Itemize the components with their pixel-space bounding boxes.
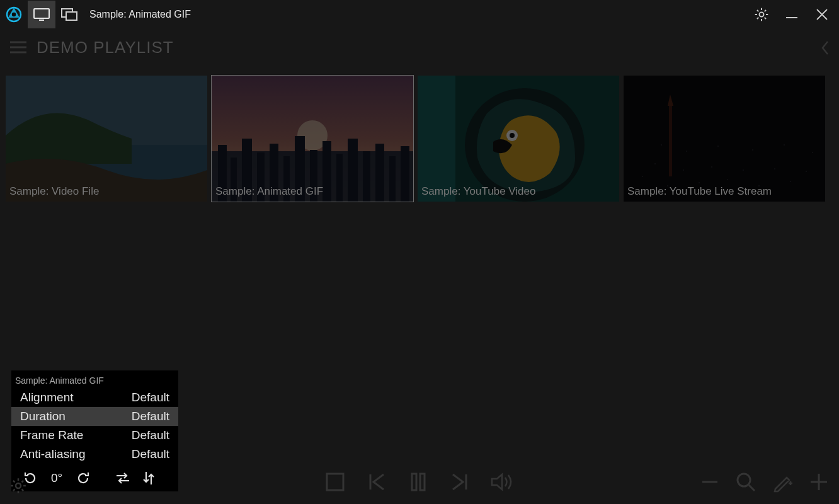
pause-button[interactable] <box>406 470 430 494</box>
stop-button[interactable] <box>323 470 347 494</box>
playlist-item-label: Sample: YouTube Video <box>421 185 535 198</box>
svg-rect-5 <box>66 12 77 20</box>
svg-rect-31 <box>389 156 396 202</box>
svg-marker-65 <box>492 474 502 490</box>
view-monitor-button[interactable] <box>28 1 55 28</box>
svg-point-36 <box>510 133 515 138</box>
item-settings-button[interactable] <box>9 476 28 495</box>
svg-point-6 <box>760 12 764 16</box>
settings-key: Anti-aliasing <box>20 447 86 461</box>
minimize-icon <box>784 7 799 22</box>
settings-value: Default <box>132 410 169 423</box>
svg-line-68 <box>749 485 755 491</box>
playlist-item-label: Sample: Animated GIF <box>215 185 323 198</box>
settings-value: Default <box>132 391 169 404</box>
svg-rect-38 <box>624 76 825 202</box>
window-title: Sample: Animated GIF <box>89 9 191 20</box>
titlebar-left: Sample: Animated GIF <box>0 0 191 28</box>
playlist-item-label: Sample: YouTube Live Stream <box>627 185 772 198</box>
settings-row-framerate[interactable]: Frame Rate Default <box>11 426 178 445</box>
close-button[interactable] <box>810 1 834 28</box>
app-logo[interactable] <box>0 1 28 28</box>
view-windows-button[interactable] <box>55 1 83 28</box>
svg-rect-32 <box>401 146 409 202</box>
playlist-name: DEMO PLAYLIST <box>37 38 174 57</box>
svg-point-67 <box>738 474 750 486</box>
svg-rect-63 <box>420 474 425 490</box>
settings-key: Duration <box>20 410 66 423</box>
svg-point-49 <box>790 181 791 182</box>
svg-rect-60 <box>327 474 343 490</box>
titlebar-right <box>750 0 834 28</box>
playlist-item[interactable]: Sample: Animated GIF <box>212 76 413 202</box>
playback-bar <box>0 460 839 504</box>
svg-point-55 <box>784 144 785 146</box>
svg-point-45 <box>727 179 728 180</box>
previous-button[interactable] <box>365 470 389 494</box>
svg-point-51 <box>661 144 662 146</box>
menu-icon[interactable] <box>9 39 28 55</box>
svg-rect-26 <box>322 141 331 202</box>
svg-point-44 <box>711 166 712 168</box>
playlist-item[interactable]: Sample: Video File <box>6 76 207 202</box>
view-controls <box>699 471 830 493</box>
svg-point-50 <box>806 171 807 172</box>
add-button[interactable] <box>808 471 830 493</box>
svg-point-53 <box>717 146 719 147</box>
playlist-item-label: Sample: Video File <box>9 185 99 198</box>
svg-point-54 <box>752 149 753 151</box>
playlist-thumbnails: Sample: Video File <box>0 66 839 202</box>
svg-point-40 <box>654 163 656 164</box>
gear-icon <box>753 6 770 23</box>
settings-value: Default <box>132 447 169 461</box>
playlist-item[interactable]: Sample: YouTube Live Stream <box>624 76 825 202</box>
settings-row-alignment[interactable]: Alignment Default <box>11 388 178 407</box>
svg-rect-57 <box>669 101 672 176</box>
svg-point-39 <box>642 176 643 177</box>
playlist-header: DEMO PLAYLIST <box>0 28 839 66</box>
popup-title: Sample: Animated GIF <box>11 374 178 388</box>
playback-controls <box>323 470 516 494</box>
edit-button[interactable] <box>771 471 794 493</box>
svg-point-48 <box>774 168 775 169</box>
zoom-button[interactable] <box>734 471 757 493</box>
next-button[interactable] <box>448 470 472 494</box>
settings-row-duration[interactable]: Duration Default <box>11 407 178 426</box>
settings-key: Alignment <box>20 391 74 404</box>
settings-key: Frame Rate <box>20 428 83 442</box>
svg-point-1 <box>12 12 16 16</box>
svg-rect-62 <box>412 474 416 490</box>
settings-button[interactable] <box>750 1 773 28</box>
svg-point-46 <box>743 169 744 171</box>
monitor-icon <box>33 7 50 22</box>
svg-rect-27 <box>336 154 343 202</box>
minimize-button[interactable] <box>780 1 804 28</box>
svg-point-42 <box>683 169 684 171</box>
svg-point-59 <box>16 483 21 488</box>
titlebar: Sample: Animated GIF <box>0 0 839 28</box>
chevron-left-icon[interactable] <box>820 40 830 56</box>
svg-point-52 <box>686 151 687 152</box>
volume-button[interactable] <box>489 470 516 494</box>
svg-rect-28 <box>348 139 358 202</box>
close-icon <box>814 7 830 22</box>
playlist-item[interactable]: Sample: YouTube Video <box>418 76 619 202</box>
zoom-out-button[interactable] <box>699 471 721 493</box>
svg-rect-2 <box>34 9 49 18</box>
svg-rect-30 <box>375 144 384 202</box>
settings-value: Default <box>132 428 169 442</box>
svg-point-43 <box>699 182 700 183</box>
svg-rect-37 <box>418 76 455 202</box>
svg-point-56 <box>812 152 813 153</box>
svg-rect-29 <box>363 151 370 202</box>
windows-icon <box>60 7 79 22</box>
